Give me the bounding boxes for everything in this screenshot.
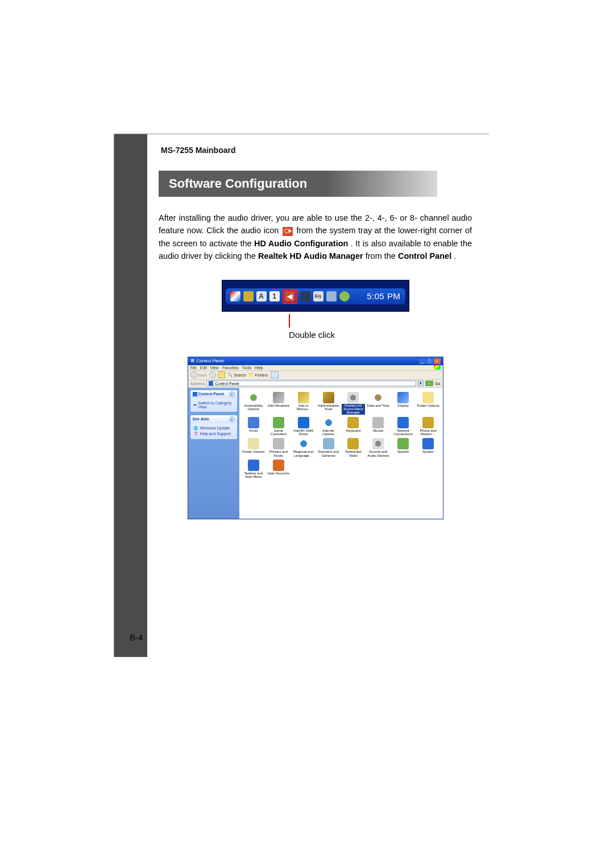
folders-button[interactable]: 📁 Folders <box>248 373 268 377</box>
address-dropdown[interactable]: ▾ <box>418 381 424 386</box>
green-circle-icon <box>339 291 350 301</box>
side-box2-header[interactable]: See Also « <box>190 415 237 423</box>
cp-item-icon <box>372 417 384 428</box>
cp-item-label: Folder Options <box>417 404 439 407</box>
folders-label: Folders <box>255 373 268 377</box>
control-panel-window: 🛠 Control Panel _ ▢ × File Edit View Fav… <box>188 357 443 519</box>
collapse-icon-2: « <box>229 416 235 422</box>
cp-item-icon <box>248 392 259 403</box>
cp-item[interactable]: Taskbar and Start Menu <box>242 459 266 480</box>
cp-item[interactable]: Folder Options <box>416 391 441 415</box>
monitor-icon <box>300 291 310 301</box>
shield-icon <box>243 291 254 301</box>
side-box-see-also: See Also « 🌐 Windows Update ❓ Help and S… <box>190 415 237 439</box>
para-t5: . <box>454 251 456 261</box>
forward-button[interactable] <box>209 371 216 378</box>
cp-item[interactable]: User Accounts <box>266 459 291 480</box>
cp-item[interactable]: Realtek HD Sound Effect Manager <box>341 391 366 415</box>
cp-titlebar: 🛠 Control Panel _ ▢ × <box>188 357 443 365</box>
cp-item-icon <box>248 460 259 471</box>
cp-item[interactable]: Scheduled Tasks <box>341 437 366 458</box>
close-button[interactable]: × <box>434 358 441 364</box>
cp-item[interactable]: Display <box>391 391 416 415</box>
left-gutter <box>114 134 147 657</box>
maximize-button[interactable]: ▢ <box>426 358 433 364</box>
address-label: Address <box>190 382 205 386</box>
cp-item[interactable]: Add Hardware <box>266 391 291 415</box>
menu-file[interactable]: File <box>190 366 197 370</box>
switch-icon: ➡ <box>193 403 197 407</box>
cp-item[interactable]: Game Controllers <box>266 416 291 437</box>
cp-item-icon <box>422 438 434 449</box>
menu-favorites[interactable]: Favorites <box>222 366 239 370</box>
collapse-icon: « <box>229 391 235 397</box>
doc-header: MS-7255 Mainboard <box>161 146 472 155</box>
cp-item-label: Scanners and Cameras <box>317 450 340 457</box>
cp-item[interactable]: Sounds and Audio Devices <box>366 437 391 458</box>
address-field[interactable]: Control Panel <box>206 381 416 386</box>
minimize-button[interactable]: _ <box>419 358 426 364</box>
menu-tools[interactable]: Tools <box>242 366 251 370</box>
cp-item-icon <box>372 438 384 449</box>
go-label: Go <box>435 382 440 386</box>
audio-speaker-icon[interactable]: ◀ <box>285 291 295 301</box>
cp-item-icon <box>298 438 309 449</box>
views-button[interactable] <box>271 371 279 378</box>
audio-icon-highlight: ◀ <box>283 289 297 304</box>
cp-item-icon <box>372 392 384 403</box>
cp-item-label: Phone and Modem ... <box>417 429 440 436</box>
audio-tray-icon <box>283 227 293 236</box>
cp-item-label: Speech <box>397 450 409 453</box>
cp-item-icon <box>323 438 334 449</box>
cp-item[interactable]: Phone and Modem ... <box>416 416 441 437</box>
search-button[interactable]: 🔍 Search <box>227 373 246 377</box>
xp-logo-icon <box>434 365 441 370</box>
cp-item[interactable]: System <box>416 437 441 458</box>
go-button[interactable]: → <box>425 381 433 386</box>
cp-item-icon <box>422 417 434 428</box>
cp-item-label: Date and Time <box>367 404 389 407</box>
cp-item-icon <box>248 438 259 449</box>
cp-item[interactable]: Intel(R) GMA Driver <box>291 416 316 437</box>
cp-item[interactable]: Printers and Faxes <box>266 437 291 458</box>
cp-item[interactable]: Add or Remov... <box>291 391 316 415</box>
folders-icon: 📁 <box>248 373 254 377</box>
cp-item-icon <box>323 392 334 403</box>
back-button[interactable]: Back <box>190 371 208 378</box>
cp-item-icon <box>273 392 284 403</box>
cp-item[interactable]: Fonts <box>242 416 266 437</box>
cp-item[interactable]: Date and Time <box>366 391 391 415</box>
help-support-link[interactable]: ❓ Help and Support <box>193 432 234 436</box>
cp-item[interactable]: Accessibility Options <box>242 391 266 415</box>
cp-item-icon <box>298 392 309 403</box>
cp-item-icon <box>347 392 359 403</box>
up-button[interactable] <box>218 371 225 378</box>
menu-view[interactable]: View <box>210 366 219 370</box>
switch-category-link[interactable]: ➡ Switch to Category View <box>193 401 234 409</box>
cp-item[interactable]: Internet Options <box>316 416 341 437</box>
menu-help[interactable]: Help <box>255 366 263 370</box>
cp-item-label: Scheduled Tasks <box>342 450 365 457</box>
cp-item[interactable]: Network Connections <box>391 416 416 437</box>
cp-title: Control Panel <box>197 358 224 363</box>
cp-item-label: System <box>422 450 434 453</box>
cp-item[interactable]: Keyboard <box>341 416 366 437</box>
cp-item[interactable]: Regional and Language ... <box>291 437 316 458</box>
cp-body: Control Panel « ➡ Switch to Category Vie… <box>188 388 443 519</box>
cp-item-label: Printers and Faxes <box>267 450 290 457</box>
cp-item-icon <box>397 417 409 428</box>
cp-item-icon <box>422 392 434 403</box>
windows-update-link[interactable]: 🌐 Windows Update <box>193 426 234 431</box>
menu-edit[interactable]: Edit <box>200 366 207 370</box>
cp-item-icon <box>248 417 259 428</box>
cp-item[interactable]: Mouse <box>366 416 391 437</box>
cp-item[interactable]: Speech <box>391 437 416 458</box>
cp-item[interactable]: Scanners and Cameras <box>316 437 341 458</box>
cp-item-label: Keyboard <box>346 429 361 432</box>
page-frame: MS-7255 Mainboard Software Configuration… <box>114 134 489 657</box>
cp-item[interactable]: Power Options <box>242 437 266 458</box>
cp-item-label: Taskbar and Start Menu <box>242 472 265 479</box>
cp-item[interactable]: Administrative Tools <box>316 391 341 415</box>
side-box1-header[interactable]: Control Panel « <box>190 390 237 398</box>
cp-item-icon <box>298 417 309 428</box>
